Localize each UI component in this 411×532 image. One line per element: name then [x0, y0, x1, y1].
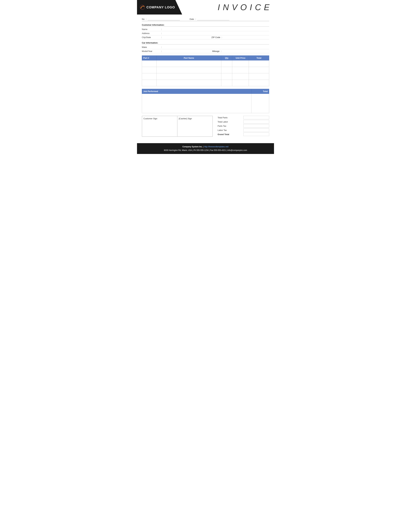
car-modelyear-row: Model/Year : Mileage : [142, 49, 269, 53]
logo-icon [140, 4, 145, 10]
date-value-line [197, 18, 229, 20]
citystate-value [164, 36, 210, 39]
car-make-row: Make : [142, 45, 269, 49]
name-colon: : [161, 28, 164, 30]
name-value [164, 28, 269, 31]
mileage-label: Mileage [212, 50, 220, 52]
total-labor-row: Total Labor [218, 120, 269, 124]
parts-col-qty: Qty [221, 56, 232, 60]
total-labor-value [243, 120, 269, 124]
zipcode-value [223, 36, 269, 39]
labor-tax-label: Labor Tax [218, 129, 234, 131]
part-total [249, 73, 269, 80]
totals-section: Total Parts Total Labor Parts Tax Labor … [218, 116, 269, 137]
make-label: Make [142, 46, 161, 48]
part-num [142, 80, 157, 86]
labor-tax-value [243, 128, 269, 132]
customer-address-row: Address : [142, 31, 269, 35]
part-num [142, 67, 157, 73]
cashier-sign-label: [Cashier] Sign [179, 117, 211, 120]
grand-total-row: Grand Total [218, 133, 269, 136]
customer-citystate-row: City/State : ZIP Code : [142, 35, 269, 39]
part-price [232, 60, 249, 67]
zipcode-colon: : [222, 36, 222, 38]
total-parts-label: Total Parts [218, 116, 234, 119]
address-colon: : [161, 32, 164, 35]
footer-line2: 8030 Harrington Rd, Miami, USA | Ph 555-… [140, 149, 271, 152]
signatures-container: Customer Sign [Cashier] Sign [142, 116, 213, 137]
part-qty [221, 60, 232, 67]
labor-tax-row: Labor Tax [218, 128, 269, 132]
modelyear-colon: : [161, 50, 164, 52]
footer-website[interactable]: http://freewordtemplates.net/ [204, 146, 229, 148]
part-num [142, 73, 157, 80]
mileage-value [223, 50, 269, 53]
customer-info-section: Customer Information: Name : Address : C… [142, 24, 269, 39]
no-value-line [148, 18, 180, 20]
total-parts-value [243, 116, 269, 119]
logo-container: COMPANY LOGO [140, 4, 175, 10]
car-info-section: Car Information: Make : Model/Year : Mil… [142, 42, 269, 53]
part-price [232, 67, 249, 73]
mileage-colon: : [221, 50, 222, 52]
make-colon: : [161, 46, 164, 48]
part-name [157, 73, 221, 80]
customer-name-row: Name : [142, 27, 269, 31]
parts-tax-row: Parts Tax [218, 124, 269, 128]
table-row [142, 80, 269, 86]
grand-total-value [243, 133, 269, 136]
part-name [157, 67, 221, 73]
footer-company: Company System Inc. [182, 146, 203, 148]
total-parts-row: Total Parts [218, 116, 269, 119]
table-row [142, 67, 269, 73]
no-label: No [142, 18, 145, 20]
part-num [142, 60, 157, 67]
jobs-col-job: Job Performed [142, 89, 252, 94]
logo-section: COMPANY LOGO [137, 0, 182, 15]
footer-line1: Company System Inc. | http://freewordtem… [140, 145, 271, 149]
parts-col-total: Total [249, 56, 269, 60]
jobs-col-total: Total [252, 89, 269, 94]
total-labor-label: Total Labor [218, 121, 234, 123]
part-qty [221, 80, 232, 86]
parts-table: Part # Part Name Qty Unit Price Total [142, 56, 269, 86]
table-row [142, 73, 269, 80]
cashier-sign-box: [Cashier] Sign [177, 116, 213, 137]
job-total [252, 94, 269, 113]
grand-total-label: Grand Total [218, 133, 234, 136]
part-total [249, 60, 269, 67]
customer-sign-box: Customer Sign [142, 116, 177, 137]
modelyear-value [164, 50, 211, 53]
job-description [142, 94, 252, 113]
part-price [232, 80, 249, 86]
table-row [142, 60, 269, 67]
customer-sign-label: Customer Sign [143, 117, 176, 120]
invoice-no: No : [142, 18, 180, 20]
bottom-section: Customer Sign [Cashier] Sign Total Parts… [142, 116, 269, 137]
name-label: Name [142, 28, 161, 30]
part-total [249, 67, 269, 73]
part-total [249, 80, 269, 86]
address-label: Address [142, 32, 161, 35]
table-row [142, 94, 269, 113]
citystate-label: City/State [142, 36, 161, 38]
modelyear-label: Model/Year [142, 50, 161, 52]
citystate-colon: : [161, 36, 164, 38]
parts-tax-value [243, 124, 269, 128]
parts-tax-label: Parts Tax [218, 125, 234, 127]
part-name [157, 60, 221, 67]
logo-text: COMPANY LOGO [147, 6, 175, 9]
invoice-title-section: INVOICE [182, 0, 274, 15]
date-label: Date [189, 18, 194, 20]
footer: Company System Inc. | http://freewordtem… [137, 143, 274, 154]
content-area: No : Date : Customer Information: Name :… [137, 18, 274, 143]
invoice-meta: No : Date : [142, 18, 269, 21]
invoice-title: INVOICE [218, 2, 272, 12]
part-price [232, 73, 249, 80]
no-colon: : [146, 18, 147, 20]
header: COMPANY LOGO INVOICE [137, 0, 274, 15]
date-colon: : [195, 18, 196, 20]
car-info-title: Car Information: [142, 42, 269, 45]
zipcode-label: ZIP Code [211, 36, 220, 38]
part-qty [221, 73, 232, 80]
